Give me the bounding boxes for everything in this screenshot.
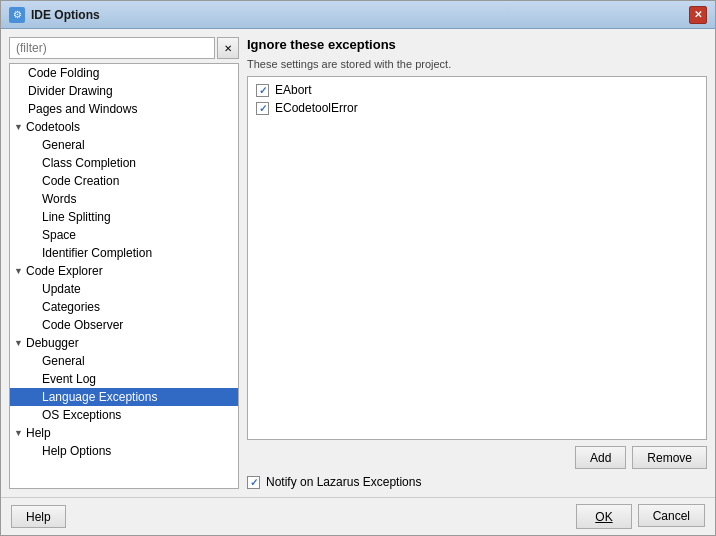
- filter-clear-button[interactable]: ✕: [217, 37, 239, 59]
- tree-item-os-exceptions[interactable]: OS Exceptions: [10, 406, 238, 424]
- expand-icon: ▼: [14, 428, 24, 438]
- exception-item: EAbort: [252, 81, 702, 99]
- tree-item-categories[interactable]: Categories: [10, 298, 238, 316]
- tree-item-pages-and-windows[interactable]: Pages and Windows: [10, 100, 238, 118]
- tree-group-debugger[interactable]: ▼Debugger: [10, 334, 238, 352]
- group-label: Codetools: [26, 120, 80, 134]
- action-buttons: Add Remove: [247, 446, 707, 469]
- exception-checkbox[interactable]: [256, 102, 269, 115]
- group-label: Help: [26, 426, 51, 440]
- right-panel: Ignore these exceptions These settings a…: [247, 37, 707, 489]
- tree-item-line-splitting[interactable]: Line Splitting: [10, 208, 238, 226]
- tree-container[interactable]: Code FoldingDivider DrawingPages and Win…: [9, 63, 239, 489]
- tree-item-space[interactable]: Space: [10, 226, 238, 244]
- expand-icon: ▼: [14, 122, 24, 132]
- tree-group-help[interactable]: ▼Help: [10, 424, 238, 442]
- exception-label: EAbort: [275, 83, 312, 97]
- group-label: Debugger: [26, 336, 79, 350]
- window-icon: ⚙: [9, 7, 25, 23]
- tree-item-event-log[interactable]: Event Log: [10, 370, 238, 388]
- cancel-button[interactable]: Cancel: [638, 504, 705, 527]
- filter-bar: ✕: [9, 37, 239, 59]
- tree-item-code-creation[interactable]: Code Creation: [10, 172, 238, 190]
- ok-button[interactable]: OK: [576, 504, 631, 529]
- tree-item-code-folding[interactable]: Code Folding: [10, 64, 238, 82]
- tree-item-identifier-completion[interactable]: Identifier Completion: [10, 244, 238, 262]
- expand-icon: ▼: [14, 338, 24, 348]
- notify-checkbox[interactable]: [247, 476, 260, 489]
- tree-item-divider-drawing[interactable]: Divider Drawing: [10, 82, 238, 100]
- main-content: ✕ Code FoldingDivider DrawingPages and W…: [1, 29, 715, 497]
- expand-icon: ▼: [14, 266, 24, 276]
- tree-item-words[interactable]: Words: [10, 190, 238, 208]
- tree-item-general[interactable]: General: [10, 352, 238, 370]
- tree-item-language-exceptions[interactable]: Language Exceptions: [10, 388, 238, 406]
- bottom-right-buttons: OK Cancel: [576, 504, 705, 529]
- remove-button[interactable]: Remove: [632, 446, 707, 469]
- window-title: IDE Options: [31, 8, 100, 22]
- filter-input[interactable]: [9, 37, 215, 59]
- help-button[interactable]: Help: [11, 505, 66, 528]
- section-title: Ignore these exceptions: [247, 37, 707, 52]
- notify-row: Notify on Lazarus Exceptions: [247, 475, 707, 489]
- tree-group-codetools[interactable]: ▼Codetools: [10, 118, 238, 136]
- exception-label: ECodetoolError: [275, 101, 358, 115]
- exception-item: ECodetoolError: [252, 99, 702, 117]
- tree-item-help-options[interactable]: Help Options: [10, 442, 238, 460]
- group-label: Code Explorer: [26, 264, 103, 278]
- tree-item-code-observer[interactable]: Code Observer: [10, 316, 238, 334]
- add-button[interactable]: Add: [575, 446, 626, 469]
- exceptions-box: EAbortECodetoolError: [247, 76, 707, 440]
- ide-options-window: ⚙ IDE Options ✕ ✕ Code FoldingDivider Dr…: [0, 0, 716, 536]
- tree-item-general[interactable]: General: [10, 136, 238, 154]
- title-bar: ⚙ IDE Options ✕: [1, 1, 715, 29]
- bottom-bar: Help OK Cancel: [1, 497, 715, 535]
- close-button[interactable]: ✕: [689, 6, 707, 24]
- title-bar-left: ⚙ IDE Options: [9, 7, 100, 23]
- tree-item-class-completion[interactable]: Class Completion: [10, 154, 238, 172]
- tree-item-update[interactable]: Update: [10, 280, 238, 298]
- section-subtitle: These settings are stored with the proje…: [247, 58, 707, 70]
- exception-checkbox[interactable]: [256, 84, 269, 97]
- left-panel: ✕ Code FoldingDivider DrawingPages and W…: [9, 37, 239, 489]
- tree-group-code-explorer[interactable]: ▼Code Explorer: [10, 262, 238, 280]
- notify-label: Notify on Lazarus Exceptions: [266, 475, 421, 489]
